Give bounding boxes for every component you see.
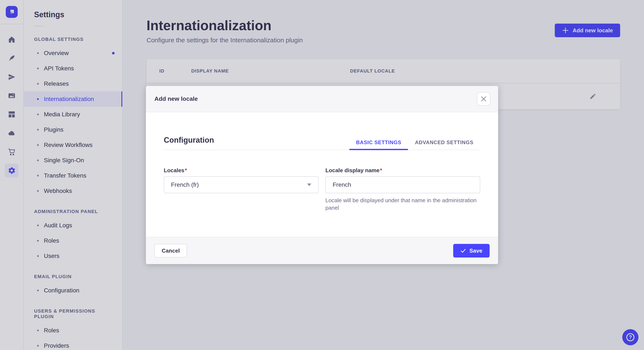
- settings-tabs: BASIC SETTINGS ADVANCED SETTINGS: [349, 135, 480, 150]
- modal-title: Add new locale: [154, 95, 198, 102]
- configuration-section-head: Configuration BASIC SETTINGS ADVANCED SE…: [164, 135, 480, 150]
- display-name-field-group: Locale display name* Locale will be disp…: [326, 167, 480, 212]
- locales-label: Locales*: [164, 167, 318, 174]
- tab-basic-settings[interactable]: BASIC SETTINGS: [349, 135, 408, 150]
- locales-field-group: Locales* French (fr): [164, 167, 318, 212]
- chevron-down-icon: [307, 183, 311, 186]
- configuration-title: Configuration: [164, 136, 214, 150]
- display-name-label-text: Locale display name: [326, 167, 380, 174]
- locales-label-text: Locales: [164, 167, 184, 174]
- modal-header: Add new locale: [146, 86, 498, 112]
- close-modal-button[interactable]: [477, 92, 490, 106]
- required-asterisk: *: [380, 167, 382, 174]
- modal-body: Configuration BASIC SETTINGS ADVANCED SE…: [146, 112, 498, 237]
- save-label: Save: [469, 247, 482, 254]
- check-icon: [460, 248, 466, 253]
- locale-form: Locales* French (fr) Locale display name…: [164, 167, 480, 212]
- locales-select[interactable]: French (fr): [164, 176, 318, 193]
- modal-footer: Cancel Save: [146, 237, 498, 264]
- display-name-input[interactable]: [326, 176, 480, 193]
- locales-select-value: French (fr): [171, 181, 199, 188]
- add-locale-modal: Add new locale Configuration BASIC SETTI…: [146, 86, 498, 264]
- display-name-hint: Locale will be displayed under that name…: [326, 197, 480, 212]
- display-name-label: Locale display name*: [326, 167, 480, 174]
- required-asterisk: *: [185, 167, 187, 174]
- save-button[interactable]: Save: [453, 244, 490, 257]
- app-root: KD Settings GLOBAL SETTINGS Overview API…: [0, 0, 644, 350]
- close-icon: [481, 96, 486, 101]
- tab-advanced-settings[interactable]: ADVANCED SETTINGS: [408, 135, 480, 150]
- cancel-button[interactable]: Cancel: [154, 244, 187, 257]
